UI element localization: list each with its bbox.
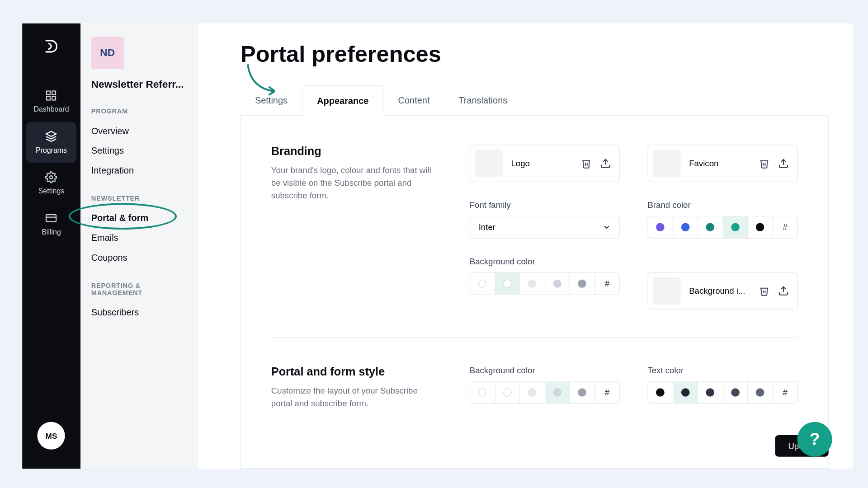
section-desc-branding: Your brand's logo, colour and fonts that… (271, 164, 434, 202)
sidebar-item-portal-form[interactable]: Portal & form (91, 208, 188, 228)
bg-image-label: Background i... (689, 286, 750, 296)
font-family-label: Font family (470, 200, 620, 210)
color-swatch[interactable] (648, 382, 673, 404)
style-bg-swatches: # (470, 381, 620, 404)
sidebar-item-emails[interactable]: Emails (91, 228, 188, 248)
color-swatch[interactable] (495, 382, 520, 404)
color-custom[interactable]: # (595, 273, 619, 295)
sidebar-item-integration[interactable]: Integration (91, 160, 188, 180)
sidebar-item-settings[interactable]: Settings (91, 141, 188, 160)
color-custom[interactable]: # (773, 382, 797, 404)
color-swatch[interactable] (520, 382, 545, 404)
tabs: Settings Appearance Content Translations (241, 85, 829, 116)
tab-content[interactable]: Content (384, 85, 444, 116)
sidebar-item-overview[interactable]: Overview (91, 121, 188, 141)
upload-icon[interactable] (778, 286, 789, 296)
favicon-preview (653, 150, 680, 177)
nav-label: Settings (38, 187, 65, 196)
logo-label: Logo (511, 159, 573, 168)
color-swatch[interactable] (495, 273, 520, 295)
color-swatch[interactable] (748, 382, 773, 404)
trash-icon[interactable] (759, 158, 769, 169)
text-color-label: Text color (647, 366, 798, 375)
brand-color-label: Brand color (647, 200, 798, 210)
program-chip: ND (91, 37, 124, 69)
nav-rail: Dashboard Programs Settings Billing MS (22, 23, 80, 469)
svg-rect-1 (52, 91, 56, 94)
card-icon (45, 212, 57, 224)
color-swatch[interactable] (673, 216, 698, 238)
bg-color-swatches: # (470, 272, 620, 295)
svg-rect-3 (52, 97, 56, 100)
sidebar-item-subscribers[interactable]: Subscribers (91, 302, 188, 322)
section-label-reporting: REPORTING & MANAGEMENT (91, 282, 188, 296)
trash-icon[interactable] (581, 158, 592, 169)
section-desc-style: Customize the layout of your Subscribe p… (271, 385, 434, 410)
logo-preview (475, 150, 503, 177)
color-swatch[interactable] (673, 382, 698, 404)
color-custom[interactable]: # (595, 382, 619, 404)
program-title: Newsletter Referr... (91, 79, 188, 91)
color-swatch[interactable] (748, 216, 773, 238)
style-bg-label: Background color (470, 366, 620, 375)
dashboard-icon (45, 89, 57, 102)
sidebar-item-coupons[interactable]: Coupons (91, 248, 188, 267)
color-swatch[interactable] (470, 382, 495, 404)
main-content: Portal preferences Settings Appearance C… (198, 23, 853, 469)
svg-rect-2 (47, 97, 51, 100)
color-swatch[interactable] (698, 382, 723, 404)
user-avatar[interactable]: MS (38, 422, 65, 450)
section-label-newsletter: NEWSLETTER (91, 195, 188, 202)
tab-appearance[interactable]: Appearance (302, 85, 384, 116)
nav-dashboard[interactable]: Dashboard (26, 81, 77, 122)
color-swatch[interactable] (723, 216, 748, 238)
svg-marker-4 (46, 131, 56, 136)
svg-rect-0 (47, 91, 51, 94)
bg-image-upload: Background i... (647, 272, 798, 309)
sidebar: ND Newsletter Referr... PROGRAM Overview… (80, 23, 198, 469)
trash-icon[interactable] (759, 286, 769, 296)
gear-icon (45, 171, 57, 183)
color-swatch[interactable] (570, 273, 595, 295)
section-title-branding: Branding (271, 145, 434, 158)
upload-icon[interactable] (600, 158, 611, 169)
page-title: Portal preferences (241, 42, 829, 67)
color-swatch[interactable] (520, 273, 545, 295)
brand-logo (43, 38, 60, 55)
color-swatch[interactable] (723, 382, 748, 404)
color-swatch[interactable] (470, 273, 495, 295)
nav-billing[interactable]: Billing (26, 204, 77, 244)
upload-icon[interactable] (778, 158, 789, 169)
logo-upload: Logo (470, 145, 620, 182)
color-swatch[interactable] (648, 216, 673, 238)
tab-translations[interactable]: Translations (444, 85, 522, 116)
color-swatch[interactable] (570, 382, 595, 404)
bg-color-label: Background color (470, 257, 620, 266)
svg-point-5 (50, 176, 53, 179)
help-button[interactable]: ? (797, 422, 832, 457)
svg-rect-6 (46, 215, 56, 222)
nav-settings[interactable]: Settings (26, 163, 77, 203)
font-family-select[interactable]: Inter (470, 216, 620, 239)
brand-color-swatches: # (647, 216, 798, 239)
color-swatch[interactable] (545, 273, 570, 295)
tab-settings[interactable]: Settings (241, 85, 302, 116)
favicon-upload: Favicon (647, 145, 798, 182)
tab-panel: Branding Your brand's logo, colour and f… (241, 116, 829, 469)
bg-image-preview (653, 277, 680, 305)
section-label-program: PROGRAM (91, 108, 188, 115)
nav-programs[interactable]: Programs (26, 122, 77, 163)
color-custom[interactable]: # (773, 216, 797, 238)
favicon-label: Favicon (689, 159, 750, 168)
color-swatch[interactable] (545, 382, 570, 404)
text-color-swatches: # (647, 381, 798, 404)
nav-label: Billing (42, 228, 61, 236)
font-family-value: Inter (479, 222, 495, 232)
chevron-down-icon (603, 223, 611, 231)
nav-label: Programs (36, 146, 67, 155)
layers-icon (45, 131, 57, 143)
section-title-style: Portal and form style (271, 366, 434, 379)
color-swatch[interactable] (698, 216, 723, 238)
nav-label: Dashboard (33, 105, 69, 114)
